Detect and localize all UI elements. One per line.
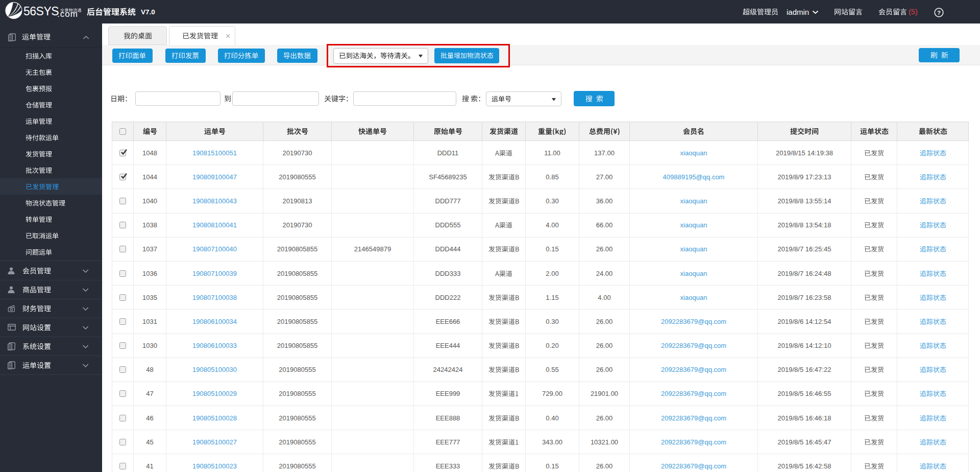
svg-text:?: ?	[937, 10, 941, 16]
